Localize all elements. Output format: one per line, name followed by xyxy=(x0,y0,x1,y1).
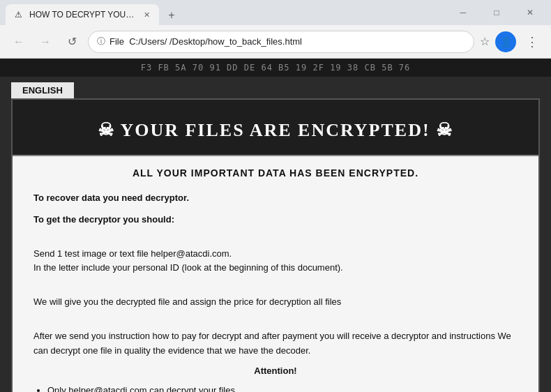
minimize-button[interactable]: ─ xyxy=(448,2,478,23)
bookmark-icon[interactable]: ☆ xyxy=(480,35,490,48)
warning-icon: ⚠ xyxy=(15,10,22,20)
list-item-1: Only helper@atacdi.com can decrypt your … xyxy=(47,383,518,392)
ransom-attention: Attention! xyxy=(33,365,518,376)
title-bar: ⚠ HOW TO DECRYPT YOUR FILES ✕ + ─ □ ✕ xyxy=(0,0,551,25)
ransom-para-3: Send 1 test image or text file helper@at… xyxy=(33,247,518,276)
tab-favicon: ⚠ xyxy=(13,9,24,20)
maximize-button[interactable]: □ xyxy=(481,2,512,23)
ransom-para-1: To recover data you need decryptor. xyxy=(33,191,518,206)
window-controls: ─ □ ✕ xyxy=(448,2,545,23)
hex-header: F3 FB 5A 70 91 DD DE 64 B5 19 2F 19 38 C… xyxy=(0,59,551,77)
url-text: File C:/Users/ /Desktop/how_to_back_file… xyxy=(110,36,465,47)
url-bar[interactable]: ⓘ File C:/Users/ /Desktop/how_to_back_fi… xyxy=(88,31,474,53)
ransom-subtitle: ALL YOUR IMPORTANT DATA HAS BEEN ENCRYPT… xyxy=(33,167,518,179)
ransom-body: ALL YOUR IMPORTANT DATA HAS BEEN ENCRYPT… xyxy=(13,155,538,392)
active-tab[interactable]: ⚠ HOW TO DECRYPT YOUR FILES ✕ xyxy=(6,4,159,25)
ransom-para-5: After we send you instruction how to pay… xyxy=(33,329,518,359)
url-security-icon: ⓘ xyxy=(97,36,105,47)
forward-button[interactable]: → xyxy=(35,31,56,52)
tab-title: HOW TO DECRYPT YOUR FILES xyxy=(29,10,135,20)
ransom-para-4: We will give you the decrypted file and … xyxy=(33,295,518,310)
tab-close-button[interactable]: ✕ xyxy=(141,9,152,20)
new-tab-button[interactable]: + xyxy=(162,6,181,25)
ransom-para-2: To get the decryptor you should: xyxy=(33,213,518,227)
browser-window: ⚠ HOW TO DECRYPT YOUR FILES ✕ + ─ □ ✕ ← … xyxy=(0,0,551,392)
address-bar: ← → ↺ ⓘ File C:/Users/ /Desktop/how_to_b… xyxy=(0,25,551,59)
back-button[interactable]: ← xyxy=(8,31,29,52)
menu-button[interactable]: ⋮ xyxy=(522,31,543,52)
ransom-box: ☠ YOUR FILES ARE ENCRYPTED! ☠ ALL YOUR I… xyxy=(11,98,540,392)
close-button[interactable]: ✕ xyxy=(515,2,545,23)
lang-tab-area: ENGLISH xyxy=(0,77,551,98)
ransom-list: Only helper@atacdi.com can decrypt your … xyxy=(47,383,518,392)
page-content: F3 FB 5A 70 91 DD DE 64 B5 19 2F 19 38 C… xyxy=(0,59,551,392)
lang-tab-english[interactable]: ENGLISH xyxy=(11,82,74,98)
refresh-button[interactable]: ↺ xyxy=(61,31,82,52)
tab-area: ⚠ HOW TO DECRYPT YOUR FILES ✕ + xyxy=(6,0,445,25)
ransom-header: ☠ YOUR FILES ARE ENCRYPTED! ☠ xyxy=(13,100,538,155)
profile-button[interactable]: 👤 xyxy=(495,31,516,52)
